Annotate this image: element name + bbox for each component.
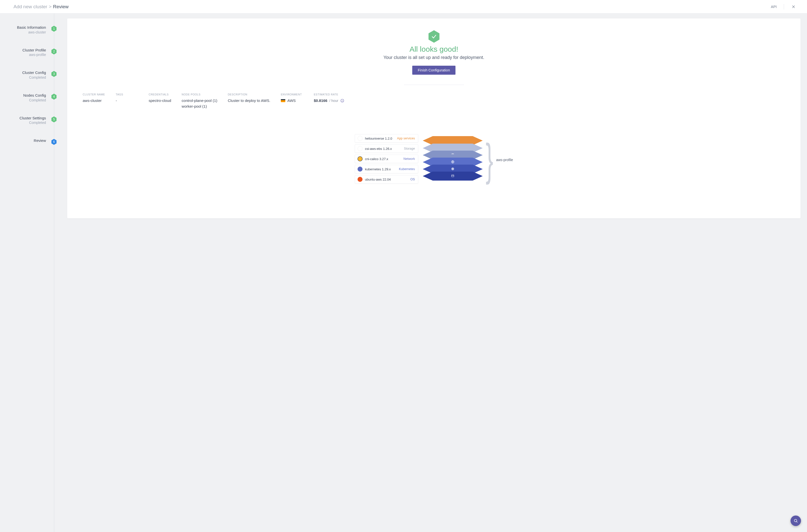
layer-k8s[interactable]: kubernetes 1.29.x Kubernetes bbox=[355, 165, 418, 173]
globe-icon bbox=[451, 160, 455, 164]
hero-title: All looks good! bbox=[82, 45, 786, 54]
layer-calico[interactable]: cni-calico 3.27.x Network bbox=[355, 155, 418, 163]
help-fab[interactable] bbox=[790, 515, 801, 526]
layer-type: OS bbox=[411, 177, 415, 181]
k8s-icon bbox=[358, 167, 362, 172]
step-title: Cluster Settings bbox=[0, 116, 46, 121]
breadcrumb: Add new cluster > Review bbox=[14, 4, 69, 10]
step-title: Cluster Config bbox=[0, 70, 46, 75]
svg-point-5 bbox=[794, 519, 797, 522]
wizard-steps: Basic Information aws-cluster 1 Cluster … bbox=[0, 14, 54, 532]
label-environment: ENVIRONMENT bbox=[281, 93, 303, 96]
close-icon[interactable] bbox=[791, 4, 796, 9]
folder-icon bbox=[358, 136, 362, 141]
success-icon bbox=[428, 30, 440, 43]
layer-name: kubernetes 1.29.x bbox=[365, 167, 396, 171]
api-link[interactable]: API bbox=[771, 5, 777, 9]
breadcrumb-separator: > bbox=[49, 4, 52, 10]
ubuntu-icon bbox=[358, 177, 362, 182]
step-hex-icon: 4 bbox=[51, 93, 57, 100]
step-nodes-config[interactable]: Nodes Config Completed 4 bbox=[0, 93, 54, 102]
stack-3d bbox=[423, 136, 483, 184]
layer-name: csi-aws-ebs 1.26.x bbox=[365, 147, 401, 151]
folder-icon bbox=[451, 146, 455, 150]
value-rate-unit: / hour bbox=[329, 98, 338, 103]
step-hex-icon: 6 bbox=[51, 139, 57, 145]
label-credentials: CREDENTIALS bbox=[149, 93, 171, 96]
layer-name: hellouniverse 1.2.0 bbox=[365, 137, 394, 140]
step-hex-icon: 3 bbox=[51, 71, 57, 77]
label-description: DESCRIPTION bbox=[228, 93, 270, 96]
profile-stack-diagram: hellouniverse 1.2.0 App services csi-aws… bbox=[82, 134, 786, 185]
info-icon[interactable] bbox=[340, 99, 344, 103]
label-node-pools: NODE POOLS bbox=[182, 93, 218, 96]
step-cluster-config[interactable]: Cluster Config Completed 3 bbox=[0, 70, 54, 80]
svg-rect-4 bbox=[451, 175, 454, 177]
step-hex-icon: 2 bbox=[51, 48, 57, 55]
panel-icon bbox=[451, 174, 455, 178]
brace-icon: } bbox=[488, 134, 490, 185]
value-tags: - bbox=[116, 98, 138, 104]
step-subtitle: aws-profile bbox=[0, 53, 46, 57]
aws-logo-icon bbox=[281, 99, 285, 102]
step-hex-icon: 1 bbox=[51, 25, 57, 32]
step-review[interactable]: Review 6 bbox=[0, 138, 54, 143]
layer-name: ubuntu-aws 22.04 bbox=[365, 177, 408, 181]
step-title: Nodes Config bbox=[0, 93, 46, 98]
layer-ubuntu[interactable]: ubuntu-aws 22.04 OS bbox=[355, 175, 418, 184]
review-card: All looks good! Your cluster is all set … bbox=[67, 18, 801, 218]
value-credentials: spectro-cloud bbox=[149, 98, 171, 104]
layer-folder[interactable]: hellouniverse 1.2.0 App services bbox=[355, 134, 418, 142]
helm-icon bbox=[451, 167, 455, 171]
label-cluster-name: CLUSTER NAME bbox=[83, 93, 105, 96]
breadcrumb-root[interactable]: Add new cluster bbox=[14, 4, 47, 10]
header: Add new cluster > Review API bbox=[0, 0, 807, 14]
layer-type: Network bbox=[404, 157, 415, 160]
profile-name: aws-profile bbox=[496, 158, 513, 162]
value-description: Cluster to deploy to AWS. bbox=[228, 98, 270, 104]
step-cluster-profile[interactable]: Cluster Profile aws-profile 2 bbox=[0, 48, 54, 57]
finish-configuration-button[interactable]: Finish Configuration bbox=[412, 66, 455, 75]
layer-name: cni-calico 3.27.x bbox=[365, 157, 401, 161]
layer-type: App services bbox=[397, 137, 415, 140]
breadcrumb-leaf: Review bbox=[53, 4, 69, 10]
hero-subtitle: Your cluster is all set up and ready for… bbox=[82, 55, 786, 60]
disk-icon bbox=[451, 153, 455, 157]
value-node-pool-1: worker-pool (1) bbox=[182, 104, 218, 109]
value-cluster-name: aws-cluster bbox=[83, 98, 105, 104]
label-tags: TAGS bbox=[116, 93, 138, 96]
aws-icon bbox=[358, 146, 362, 151]
step-subtitle: Completed bbox=[0, 120, 46, 125]
step-subtitle: Completed bbox=[0, 75, 46, 80]
value-node-pool-0: control-plane-pool (1) bbox=[182, 98, 218, 104]
layer-type: Kubernetes bbox=[399, 167, 415, 171]
summary-row: CLUSTER NAME aws-cluster TAGS - CREDENTI… bbox=[82, 92, 786, 119]
step-title: Cluster Profile bbox=[0, 48, 46, 53]
value-rate: $0.8166 bbox=[314, 98, 327, 104]
layer-aws[interactable]: csi-aws-ebs 1.26.x Storage bbox=[355, 144, 418, 153]
step-subtitle: aws-cluster bbox=[0, 30, 46, 35]
step-basic-information[interactable]: Basic Information aws-cluster 1 bbox=[0, 25, 54, 35]
value-environment: AWS bbox=[287, 98, 296, 104]
step-cluster-settings[interactable]: Cluster Settings Completed 5 bbox=[0, 116, 54, 125]
label-rate: ESTIMATED RATE bbox=[314, 93, 344, 96]
layer-type: Storage bbox=[404, 147, 415, 150]
calico-icon bbox=[358, 156, 362, 162]
step-title: Basic Information bbox=[0, 25, 46, 30]
step-subtitle: Completed bbox=[0, 98, 46, 102]
step-hex-icon: 5 bbox=[51, 116, 57, 122]
step-title: Review bbox=[0, 138, 46, 143]
